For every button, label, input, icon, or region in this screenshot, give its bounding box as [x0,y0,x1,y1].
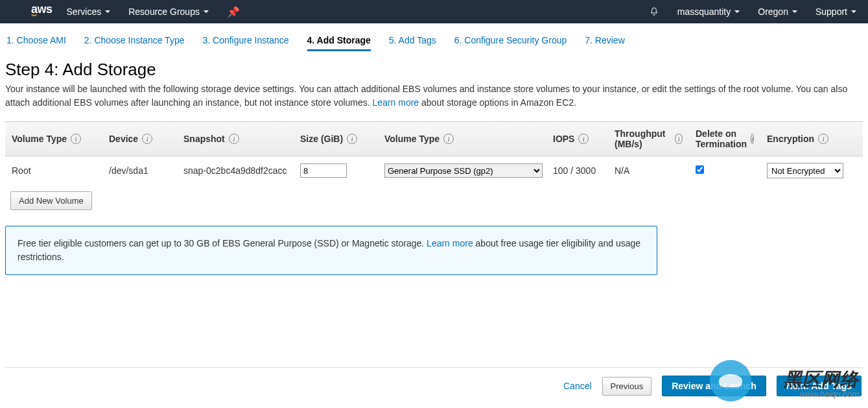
info-icon[interactable]: i [71,134,81,144]
th-throughput: Throughput (MB/s)i [608,128,689,149]
th-device: Devicei [102,128,177,149]
cell-encryption: Not Encrypted [760,163,845,178]
delete-on-termination-checkbox[interactable] [696,165,704,174]
th-encryption: Encryptioni [760,128,845,149]
notice-learn-more-link[interactable]: Learn more [427,238,473,248]
nav-support-label: Support [815,6,847,17]
info-icon[interactable]: i [751,134,754,144]
info-icon[interactable]: i [443,134,454,144]
nav-services-label: Services [67,6,102,17]
learn-more-link[interactable]: Learn more [373,97,419,108]
wizard-tab-instance-type[interactable]: 2. Choose Instance Type [84,31,185,51]
top-nav: aws ⌣ Services Resource Groups 📌 massqua… [0,0,868,23]
nav-services[interactable]: Services [67,6,111,17]
cell-throughput: N/A [608,165,689,176]
cell-snapshot: snap-0c2bc4a9d8df2cacc [177,165,294,176]
wizard-steps: 1. Choose AMI 2. Choose Instance Type 3.… [0,23,868,52]
chevron-down-icon [204,10,209,13]
chevron-down-icon [792,10,797,13]
info-icon[interactable]: i [578,134,589,144]
chevron-down-icon [734,10,740,13]
chevron-down-icon [105,10,110,13]
aws-smile-icon: ⌣ [31,12,53,17]
th-size: Size (GiB)i [294,128,378,149]
th-volume-type2: Volume Typei [378,128,546,149]
table-header-row: Volume Typei Devicei Snapshoti Size (GiB… [5,122,863,156]
cell-volume-type: Root [5,165,102,176]
page-content: Step 4: Add Storage Your instance will b… [0,52,868,275]
cell-device: /dev/sda1 [102,165,177,176]
volume-type-select[interactable]: General Purpose SSD (gp2) [384,163,543,178]
nav-account-label: massquantity [677,6,731,17]
encryption-select[interactable]: Not Encrypted [767,163,843,178]
previous-button[interactable]: Previous [602,377,652,396]
watermark-line2: www.heiqu.com [784,390,859,399]
th-snapshot: Snapshoti [177,128,294,149]
watermark-line1: 黑区网络 [784,370,859,390]
page-desc-suffix: about storage options in Amazon EC2. [421,97,576,108]
info-icon[interactable]: i [675,134,683,144]
th-delete-term: Delete on Terminationi [689,128,760,149]
nav-account[interactable]: massquantity [677,6,740,17]
nav-resource-groups[interactable]: Resource Groups [128,6,209,17]
wizard-tab-list: 1. Choose AMI 2. Choose Instance Type 3.… [6,31,862,51]
chevron-down-icon [851,10,856,13]
page-title: Step 4: Add Storage [5,60,863,80]
notice-text: Free tier eligible customers can get up … [18,238,427,248]
wizard-tab-ami[interactable]: 1. Choose AMI [6,31,66,51]
info-icon[interactable]: i [818,134,828,144]
watermark-logo-icon [710,360,751,402]
th-volume-type: Volume Typei [5,128,102,149]
bell-icon [649,6,659,17]
cell-size [294,163,378,178]
wizard-tab-tags[interactable]: 5. Add Tags [389,31,436,51]
th-iops: IOPSi [546,128,608,149]
add-new-volume-button[interactable]: Add New Volume [10,191,92,210]
info-icon[interactable]: i [142,134,152,144]
page-description: Your instance will be launched with the … [5,82,863,110]
nav-region-label: Oregon [758,6,788,17]
aws-logo[interactable]: aws ⌣ [31,6,53,17]
wizard-tab-review[interactable]: 7. Review [585,31,624,51]
wizard-tab-configure[interactable]: 3. Configure Instance [202,31,288,51]
watermark-text: 黑区网络 www.heiqu.com [784,370,859,399]
nav-resource-groups-label: Resource Groups [128,6,200,17]
cell-delete-term [689,165,760,176]
notifications-bell[interactable] [649,6,659,17]
nav-region[interactable]: Oregon [758,6,797,17]
cancel-button[interactable]: Cancel [563,381,592,391]
info-icon[interactable]: i [229,134,239,144]
free-tier-notice: Free tier eligible customers can get up … [5,226,657,275]
storage-table: Volume Typei Devicei Snapshoti Size (GiB… [5,121,863,185]
pin-icon[interactable]: 📌 [227,6,240,18]
cell-iops: 100 / 3000 [546,165,608,176]
size-input[interactable] [300,163,347,178]
cell-volume-type2: General Purpose SSD (gp2) [378,163,546,178]
table-row: Root /dev/sda1 snap-0c2bc4a9d8df2cacc Ge… [5,156,863,185]
nav-support[interactable]: Support [815,6,856,17]
info-icon[interactable]: i [347,134,357,144]
wizard-tab-storage[interactable]: 4. Add Storage [307,31,371,51]
wizard-tab-security[interactable]: 6. Configure Security Group [454,31,567,51]
